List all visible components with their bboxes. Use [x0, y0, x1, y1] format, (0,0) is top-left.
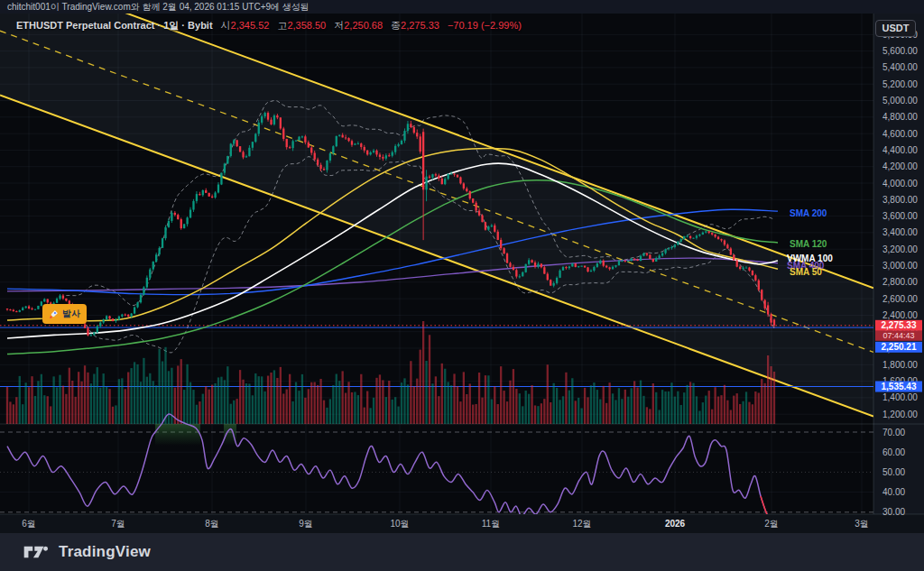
svg-text:60.00: 60.00 [882, 447, 905, 457]
chart-note-launch[interactable]: 발사 [42, 304, 87, 324]
ohlc-open: 시2,345.52 [221, 19, 270, 32]
svg-text:4,400.00: 4,400.00 [882, 145, 918, 155]
attribution-bar: chitchit001이 TradingView.com와 함께 2월 04, … [0, 0, 924, 14]
svg-text:7월: 7월 [111, 519, 125, 529]
svg-text:SMA 50: SMA 50 [790, 267, 822, 277]
tradingview-wordmark[interactable]: TradingView [59, 543, 151, 561]
svg-text:5,600.00: 5,600.00 [882, 46, 918, 56]
svg-text:40.00: 40.00 [882, 487, 905, 497]
svg-text:3,400.00: 3,400.00 [882, 227, 918, 237]
svg-text:70.00: 70.00 [882, 428, 905, 437]
svg-text:VWMA 100: VWMA 100 [787, 253, 833, 263]
svg-text:2,800.00: 2,800.00 [882, 277, 918, 287]
svg-text:2,250.21: 2,250.21 [882, 342, 917, 352]
note-text: 발사 [62, 308, 80, 320]
svg-text:5,400.00: 5,400.00 [882, 62, 918, 72]
svg-text:2026: 2026 [665, 519, 686, 529]
footer-bar: TradingView [0, 533, 924, 571]
svg-text:1,200.00: 1,200.00 [882, 410, 918, 419]
ohlc-high: 고2,358.50 [277, 19, 326, 32]
svg-text:10월: 10월 [390, 519, 409, 529]
symbol-legend: ETHUSDT Perpetual Contract · 1일 · Bybit … [16, 19, 522, 32]
symbol-title: ETHUSDT Perpetual Contract · 1일 · Bybit [16, 19, 213, 32]
ohlc-change: −70.19 (−2.99%) [448, 20, 522, 31]
svg-text:1,400.00: 1,400.00 [882, 392, 918, 402]
ohlc-close: 종2,275.33 [391, 19, 439, 32]
tradingview-logo-icon[interactable] [23, 542, 51, 562]
svg-text:4,000.00: 4,000.00 [882, 179, 918, 189]
svg-text:3,000.00: 3,000.00 [882, 261, 918, 271]
currency-toggle-button[interactable]: USDT [875, 20, 916, 37]
rocket-icon [49, 309, 59, 319]
svg-text:SMA 120: SMA 120 [790, 239, 827, 249]
ohlc-low: 저2,250.68 [334, 19, 383, 32]
svg-text:12월: 12월 [572, 519, 591, 529]
svg-text:2,400.00: 2,400.00 [882, 310, 918, 320]
tradingview-snapshot: chitchit001이 TradingView.com와 함께 2월 04, … [0, 0, 924, 571]
svg-text:8월: 8월 [205, 519, 219, 529]
svg-text:2,600.00: 2,600.00 [882, 294, 918, 304]
svg-text:6월: 6월 [22, 519, 36, 529]
svg-text:4,200.00: 4,200.00 [882, 161, 918, 171]
svg-text:5,200.00: 5,200.00 [882, 79, 918, 89]
chart-area[interactable]: 5,800.005,600.005,400.005,200.005,000.00… [0, 14, 924, 533]
svg-text:3,800.00: 3,800.00 [882, 195, 918, 205]
svg-text:4,600.00: 4,600.00 [882, 129, 918, 139]
svg-text:9월: 9월 [299, 519, 313, 529]
attribution-text: chitchit001이 TradingView.com와 함께 2월 04, … [7, 1, 310, 14]
svg-text:30.00: 30.00 [882, 507, 905, 517]
svg-text:4,800.00: 4,800.00 [882, 112, 918, 122]
svg-text:50.00: 50.00 [882, 467, 905, 477]
svg-text:2월: 2월 [764, 519, 779, 529]
svg-text:3,200.00: 3,200.00 [882, 244, 918, 254]
svg-text:07:44:43: 07:44:43 [882, 331, 914, 340]
svg-text:1,535.43: 1,535.43 [882, 382, 917, 391]
svg-text:2,275.33: 2,275.33 [882, 320, 917, 330]
svg-text:5,000.00: 5,000.00 [882, 96, 918, 106]
svg-text:3,600.00: 3,600.00 [882, 211, 918, 221]
svg-text:11월: 11월 [482, 519, 500, 529]
price-chart-canvas[interactable]: 5,800.005,600.005,400.005,200.005,000.00… [0, 14, 924, 533]
svg-text:1,800.00: 1,800.00 [882, 360, 918, 370]
svg-text:3월: 3월 [855, 519, 869, 529]
svg-text:SMA 200: SMA 200 [790, 208, 827, 218]
